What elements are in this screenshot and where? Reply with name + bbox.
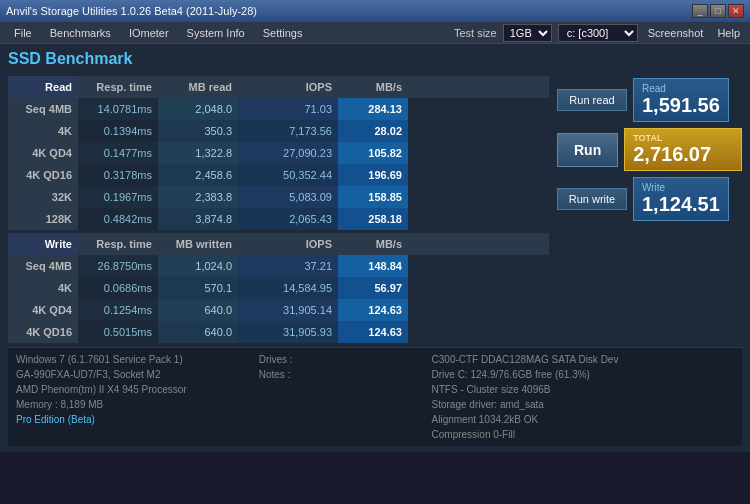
read-row-resp: 0.3178ms xyxy=(78,164,158,186)
write-row-iops: 31,905.93 xyxy=(238,321,338,343)
drive-select[interactable]: c: [c300] xyxy=(558,24,638,42)
write-data-row: 4K QD4 0.1254ms 640.0 31,905.14 124.63 xyxy=(8,299,549,321)
read-row-mb: 2,458.6 xyxy=(158,164,238,186)
write-score-value: 1,124.51 xyxy=(642,193,720,216)
read-row-mbs: 284.13 xyxy=(338,98,408,120)
read-header-label: Read xyxy=(8,76,78,98)
minimize-button[interactable]: _ xyxy=(692,4,708,18)
mb-written-header: MB written xyxy=(158,233,238,255)
sys-info-line-2: AMD Phenom(tm) II X4 945 Processor xyxy=(16,382,249,397)
run-read-button[interactable]: Run read xyxy=(557,89,627,111)
run-button[interactable]: Run xyxy=(557,133,618,167)
system-info: Windows 7 (6.1.7601 Service Pack 1) GA-9… xyxy=(16,352,249,442)
read-row-label: 32K xyxy=(8,186,78,208)
read-data-row: 4K 0.1394ms 350.3 7,173.56 28.02 xyxy=(8,120,549,142)
read-row-mb: 1,322.8 xyxy=(158,142,238,164)
mbs-read-header: MB/s xyxy=(338,76,408,98)
sys-info-line-0: Windows 7 (6.1.7601 Service Pack 1) xyxy=(16,352,249,367)
read-data-row: 32K 0.1967ms 2,383.8 5,083.09 158.85 xyxy=(8,186,549,208)
read-row-resp: 0.1394ms xyxy=(78,120,158,142)
close-button[interactable]: ✕ xyxy=(728,4,744,18)
read-row-mbs: 28.02 xyxy=(338,120,408,142)
read-row-mb: 350.3 xyxy=(158,120,238,142)
write-header-label: Write xyxy=(8,233,78,255)
mb-read-header: MB read xyxy=(158,76,238,98)
read-row-label: 4K QD4 xyxy=(8,142,78,164)
read-row-iops: 5,083.09 xyxy=(238,186,338,208)
sys-info-line-1: GA-990FXA-UD7/F3, Socket M2 xyxy=(16,367,249,382)
read-header-row: Read Resp. time MB read IOPS MB/s xyxy=(8,76,549,98)
read-data-row: 4K QD4 0.1477ms 1,322.8 27,090.23 105.82 xyxy=(8,142,549,164)
test-size-select[interactable]: 1GB 4GB xyxy=(503,24,552,42)
iops-write-header: IOPS xyxy=(238,233,338,255)
menu-sysinfo[interactable]: System Info xyxy=(179,25,253,41)
read-data-row: 128K 0.4842ms 3,874.8 2,065.43 258.18 xyxy=(8,208,549,230)
app-title: Anvil's Storage Utilities 1.0.26 Beta4 (… xyxy=(6,5,257,17)
write-row-mb: 640.0 xyxy=(158,299,238,321)
write-row-mb: 640.0 xyxy=(158,321,238,343)
menu-bar: File Benchmarks IOmeter System Info Sett… xyxy=(0,22,750,44)
read-score-label: Read xyxy=(642,83,720,94)
disk-info-line: Compression 0-Fill xyxy=(432,427,734,442)
read-row-resp: 0.4842ms xyxy=(78,208,158,230)
read-score-value: 1,591.56 xyxy=(642,94,720,117)
write-row-resp: 0.1254ms xyxy=(78,299,158,321)
write-row-iops: 37.21 xyxy=(238,255,338,277)
write-row-mbs: 124.63 xyxy=(338,321,408,343)
benchmark-area: Read Resp. time MB read IOPS MB/s Seq 4M… xyxy=(8,76,742,343)
iops-read-header: IOPS xyxy=(238,76,338,98)
menu-settings[interactable]: Settings xyxy=(255,25,311,41)
run-write-button[interactable]: Run write xyxy=(557,188,627,210)
read-row-mb: 3,874.8 xyxy=(158,208,238,230)
write-row-mbs: 124.63 xyxy=(338,299,408,321)
write-row-label: 4K xyxy=(8,277,78,299)
read-row-mbs: 258.18 xyxy=(338,208,408,230)
drives-info: Drives : Notes : xyxy=(259,352,422,442)
menu-benchmarks[interactable]: Benchmarks xyxy=(42,25,119,41)
window-controls: _ □ ✕ xyxy=(692,4,744,18)
total-score-box: TOTAL 2,716.07 xyxy=(624,128,742,171)
resp-time-header: Resp. time xyxy=(78,76,158,98)
maximize-button[interactable]: □ xyxy=(710,4,726,18)
read-score-box: Read 1,591.56 xyxy=(633,78,729,122)
write-data-row: 4K 0.0686ms 570.1 14,584.95 56.97 xyxy=(8,277,549,299)
read-row-resp: 14.0781ms xyxy=(78,98,158,120)
run-section: Run TOTAL 2,716.07 xyxy=(557,128,742,171)
write-data-row: 4K QD16 0.5015ms 640.0 31,905.93 124.63 xyxy=(8,321,549,343)
write-row-label: 4K QD16 xyxy=(8,321,78,343)
pro-edition-label: Pro Edition (Beta) xyxy=(16,412,249,427)
write-row-iops: 31,905.14 xyxy=(238,299,338,321)
read-data-row: 4K QD16 0.3178ms 2,458.6 50,352.44 196.6… xyxy=(8,164,549,186)
read-row-mbs: 158.85 xyxy=(338,186,408,208)
disk-info: C300-CTF DDAC128MAG SATA Disk DevDrive C… xyxy=(432,352,734,442)
read-row-label: Seq 4MB xyxy=(8,98,78,120)
read-row-mb: 2,383.8 xyxy=(158,186,238,208)
mbs-write-header: MB/s xyxy=(338,233,408,255)
write-row-iops: 14,584.95 xyxy=(238,277,338,299)
disk-info-line: Drive C: 124.9/76.6GB free (61.3%) xyxy=(432,367,734,382)
write-row-label: 4K QD4 xyxy=(8,299,78,321)
bottom-bar: Windows 7 (6.1.7601 Service Pack 1) GA-9… xyxy=(8,347,742,446)
help-button[interactable]: Help xyxy=(713,25,744,41)
disk-info-line: Alignment 1034.2kB OK xyxy=(432,412,734,427)
menu-iometer[interactable]: IOmeter xyxy=(121,25,177,41)
resp-time-write-header: Resp. time xyxy=(78,233,158,255)
read-row-mb: 2,048.0 xyxy=(158,98,238,120)
sys-info-line-3: Memory : 8,189 MB xyxy=(16,397,249,412)
read-row-mbs: 105.82 xyxy=(338,142,408,164)
notes-label: Notes : xyxy=(259,367,422,382)
screenshot-button[interactable]: Screenshot xyxy=(644,25,708,41)
write-row-mbs: 56.97 xyxy=(338,277,408,299)
test-size-label: Test size xyxy=(454,27,497,39)
drives-label: Drives : xyxy=(259,352,422,367)
read-score-section: Run read Read 1,591.56 xyxy=(557,78,742,122)
write-score-box: Write 1,124.51 xyxy=(633,177,729,221)
read-row-iops: 27,090.23 xyxy=(238,142,338,164)
read-row-label: 4K QD16 xyxy=(8,164,78,186)
menu-file[interactable]: File xyxy=(6,25,40,41)
write-data-row: Seq 4MB 26.8750ms 1,024.0 37.21 148.84 xyxy=(8,255,549,277)
read-row-label: 128K xyxy=(8,208,78,230)
write-row-mb: 570.1 xyxy=(158,277,238,299)
right-panel: Run read Read 1,591.56 Run TOTAL 2,716.0… xyxy=(557,76,742,343)
menu-bar-right: Test size 1GB 4GB c: [c300] Screenshot H… xyxy=(454,24,744,42)
